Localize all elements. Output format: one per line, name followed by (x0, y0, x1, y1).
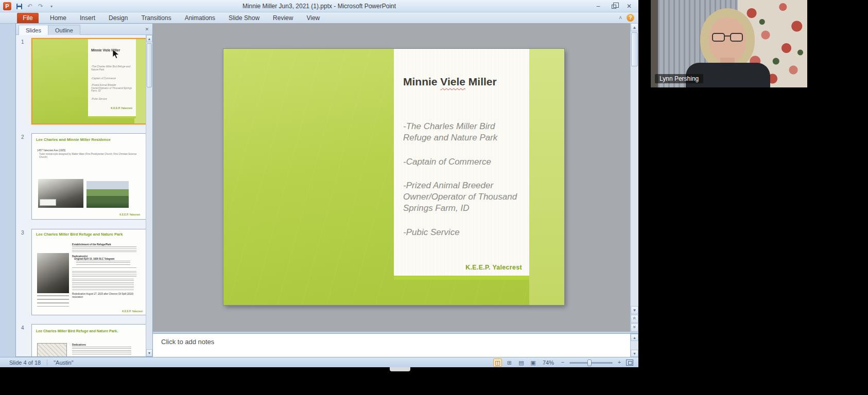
scroll-up-icon[interactable]: ▲ (631, 334, 638, 341)
notes-scrollbar[interactable]: ▲ ▼ (630, 334, 638, 357)
thumb-subtitle: 1457 Yalecrest Ave (1925) (37, 149, 65, 152)
slide-thumbnail-4[interactable]: 4 Lee Charles Miller Bird Refuge and Nat… (20, 324, 146, 356)
thumb-footer: K.E.E.P. Yalecrest (91, 106, 132, 110)
slide-1-preview: Minnie Viele Miller -The Charles Miller … (32, 39, 146, 123)
tab-review[interactable]: Review (266, 13, 300, 24)
thumb-body: Tudor revival-style designed by Walter W… (39, 153, 140, 158)
previous-slide-button[interactable]: « (631, 315, 638, 323)
scroll-up-icon[interactable]: ▲ (631, 23, 638, 31)
window-controls: – ✕ (591, 1, 636, 11)
zoom-in-button[interactable]: + (616, 359, 623, 366)
slide-4-thumb[interactable]: Lee Charles Miller Bird Refuge and Natur… (31, 324, 146, 356)
status-left: Slide 4 of 18 "Austin" (9, 357, 74, 368)
tab-insert[interactable]: Insert (73, 13, 102, 24)
thumbnail-list: 1 Minnie Viele Miller -The Charles Mille… (16, 35, 146, 356)
tab-view[interactable]: View (300, 13, 326, 24)
slide-footer: K.E.E.P. Yalecrest (465, 264, 522, 271)
tab-design[interactable]: Design (102, 13, 134, 24)
outline-tab[interactable]: Outline (48, 25, 80, 35)
collapse-ribbon-icon[interactable]: ˄ (619, 15, 622, 21)
slide-4-preview: Lee Charles Miller Bird Refuge and Natur… (32, 325, 146, 356)
slide-bullet[interactable]: -Captain of Commerce (403, 156, 521, 168)
double-chevron-down-icon: » (632, 326, 637, 329)
slides-panel-tabs: Slides Outline ✕ (16, 24, 152, 35)
file-tab[interactable]: File (17, 13, 39, 24)
slide-1-thumb[interactable]: Minnie Viele Miller -The Charles Miller … (31, 38, 146, 124)
slide-3-thumb[interactable]: Lee Charles Miller Bird Refuge and Natur… (31, 229, 146, 315)
ribbon-tab-bar: File Home Insert Design Transitions Anim… (0, 12, 638, 24)
slide-bullet[interactable]: -Prized Animal Breeder Owner/Operator of… (403, 180, 521, 213)
slides-tab[interactable]: Slides (19, 25, 48, 35)
body-text-placeholder (72, 347, 131, 354)
slide-editor-area: Minnie Viele Miller -The Charles Miller … (153, 23, 630, 332)
thumb-heading: Establishment of the Refuge/Park (72, 243, 111, 246)
slide-title-part: Miller (465, 76, 497, 87)
slide-2-thumb[interactable]: Lee Charles and Minnie Miller Residence … (31, 133, 146, 220)
zoom-slider-knob[interactable] (587, 360, 592, 366)
titlebar: P ↶ ↷ ▾ Minnie Miller Jun3, 2021 (1).ppt… (0, 0, 638, 12)
slide-thumbnail-2[interactable]: 2 Lee Charles and Minnie Miller Residenc… (20, 133, 146, 220)
normal-view-button[interactable]: ◫ (493, 358, 502, 367)
slide-bullet[interactable]: -Pubic Service (403, 227, 521, 238)
quote-text-placeholder (72, 267, 136, 277)
presenter-glasses (712, 33, 743, 43)
tab-animations[interactable]: Animations (178, 13, 222, 24)
slide-4-number: 4 (21, 325, 24, 331)
thumb-bullet: -Prized Animal Breeder Owner/Operator of… (91, 83, 133, 92)
glasses-lens (730, 33, 743, 42)
restore-icon (612, 5, 616, 9)
thumb-bullet: -Pubic Service (91, 97, 133, 100)
scrollbar-thumb[interactable] (147, 43, 152, 87)
thumb-heading: Dedications (72, 343, 86, 346)
slide-3-preview: Lee Charles Miller Bird Refuge and Natur… (32, 229, 146, 315)
webcam-video[interactable]: Lynn Pershing (651, 0, 807, 87)
thumb-bullet: -Captain of Commerce (91, 77, 133, 80)
scroll-up-icon[interactable]: ▲ (146, 35, 152, 42)
slide-bullet[interactable]: -The Charles Miller Bird Refuge and Natu… (403, 121, 521, 143)
minimize-button[interactable]: – (591, 1, 605, 11)
zoom-out-button[interactable]: − (559, 359, 566, 366)
tab-home[interactable]: Home (43, 13, 73, 24)
slide-accent-bar (394, 276, 529, 280)
quote-text-placeholder (72, 279, 134, 290)
reading-view-button[interactable]: ▤ (517, 358, 526, 367)
fit-to-window-button[interactable] (626, 360, 633, 366)
panel-close-icon[interactable]: ✕ (144, 26, 150, 33)
slide-thumbnail-1[interactable]: 1 Minnie Viele Miller -The Charles Mille… (20, 38, 146, 125)
slide-thumbnail-3[interactable]: 3 Lee Charles Miller Bird Refuge and Nat… (20, 229, 146, 316)
next-slide-button[interactable]: » (631, 324, 638, 332)
restore-button[interactable] (606, 1, 621, 11)
scrollbar-thumb[interactable] (631, 32, 638, 66)
slide-2-preview: Lee Charles and Minnie Miller Residence … (32, 134, 146, 219)
slide-3-number: 3 (21, 230, 24, 236)
zoom-slider[interactable] (569, 359, 613, 366)
body-text-placeholder (76, 261, 130, 265)
slide-title[interactable]: Minnie Viele Miller (403, 76, 521, 88)
slide-content-panel[interactable]: Minnie Viele Miller -The Charles Miller … (394, 49, 529, 276)
notes-pane[interactable]: Click to add notes ▲ ▼ (153, 333, 638, 357)
house-photo (86, 181, 129, 208)
scroll-down-icon[interactable]: ▼ (631, 350, 638, 357)
status-bar: Slide 4 of 18 "Austin" ◫ ⊞ ▤ ▣ 74% − + (0, 357, 638, 367)
slide-canvas[interactable]: Minnie Viele Miller -The Charles Miller … (223, 49, 564, 305)
slide-indicator: Slide 4 of 18 (9, 360, 41, 366)
help-icon[interactable]: ? (627, 14, 634, 22)
close-button[interactable]: ✕ (622, 1, 636, 11)
slide-scrollbar[interactable]: ▲ ▼ « » (630, 23, 638, 332)
scroll-down-icon[interactable]: ▼ (631, 306, 638, 314)
thumb-footer: K.E.E.P. Yalecrest (109, 310, 143, 313)
tab-slide-show[interactable]: Slide Show (222, 13, 266, 24)
misspelled-word: Viele (440, 76, 465, 87)
thumb-title: Lee Charles Miller Bird Refuge and Natur… (36, 329, 124, 333)
window-title: Minnie Miller Jun3, 2021 (1).pptx - Micr… (0, 0, 638, 12)
taskbar-peek[interactable] (390, 367, 410, 371)
tab-transitions[interactable]: Transitions (134, 13, 178, 24)
slide-1-number: 1 (21, 39, 24, 45)
slides-panel-scrollbar[interactable]: ▲ ▼ (146, 35, 152, 356)
powerpoint-window: P ↶ ↷ ▾ Minnie Miller Jun3, 2021 (1).ppt… (0, 0, 638, 367)
slide-sorter-view-button[interactable]: ⊞ (505, 358, 514, 367)
slide-show-button[interactable]: ▣ (529, 358, 537, 367)
scroll-down-icon[interactable]: ▼ (146, 349, 152, 356)
body-text-placeholder (72, 246, 136, 253)
mouse-cursor (112, 49, 120, 60)
